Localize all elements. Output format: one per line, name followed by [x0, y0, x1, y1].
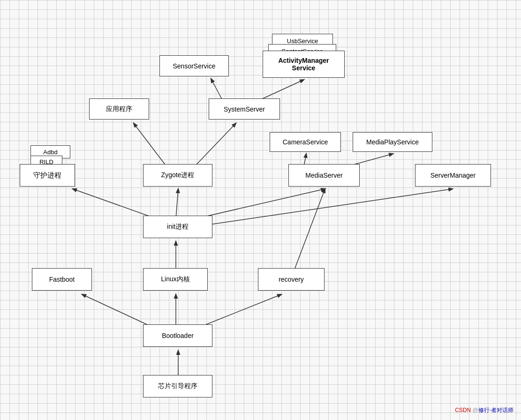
box-systemserver: SystemServer [209, 98, 280, 120]
box-recovery: recovery [258, 268, 325, 291]
svg-line-5 [294, 189, 325, 272]
box-activitymanager: ActivityManagerService [263, 51, 345, 78]
box-bootloader: Bootloader [143, 324, 212, 347]
svg-line-15 [258, 80, 304, 101]
box-init: init进程 [143, 216, 212, 238]
box-sensorservice: SensorService [159, 55, 229, 76]
svg-line-3 [197, 294, 281, 328]
svg-line-10 [134, 123, 166, 166]
box-app: 应用程序 [89, 98, 149, 120]
box-linux: Linux内核 [143, 268, 208, 291]
box-chip: 芯片引导程序 [143, 375, 212, 398]
box-zygote: Zygote进程 [143, 164, 212, 187]
box-servermanager: ServerManager [415, 164, 491, 187]
svg-line-14 [211, 79, 223, 101]
svg-line-1 [82, 294, 155, 328]
box-fastboot: Fastboot [32, 268, 92, 291]
watermark: CSDN @修行·者对话师 [455, 406, 513, 414]
box-mediaserver: MediaServer [288, 164, 360, 187]
svg-line-8 [195, 189, 325, 219]
svg-line-11 [195, 123, 236, 166]
box-mediaplayservice: MediaPlayService [353, 132, 432, 152]
svg-line-6 [73, 189, 157, 219]
svg-line-9 [206, 189, 453, 225]
svg-line-7 [176, 189, 178, 219]
box-daemon: 守护进程 [20, 164, 75, 187]
box-cameraservice: CameraService [270, 132, 341, 152]
